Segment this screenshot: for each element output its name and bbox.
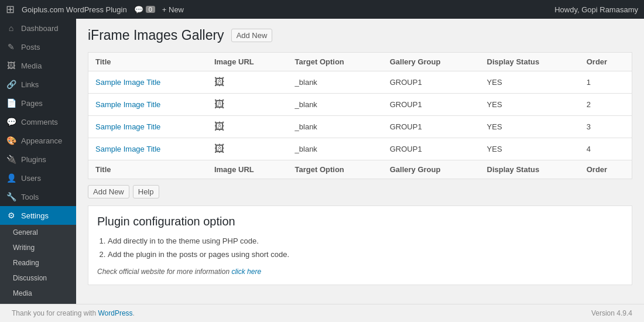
wp-logo-icon: ⊞ — [6, 3, 15, 16]
row3-image-url: 🖼 — [207, 116, 288, 138]
image-preview-icon: 🖼 — [214, 143, 225, 155]
sidebar-label-plugins: Plugins — [21, 155, 46, 164]
gallery-table: Title Image URL Target Option Gallery Gr… — [88, 52, 632, 179]
row2-title[interactable]: Sample Image Title — [88, 94, 207, 116]
sidebar-item-links[interactable]: 🔗 Links — [0, 75, 76, 94]
col-display-status: Display Status — [480, 53, 580, 71]
table-row: Sample Image Title 🖼 _blank GROUP1 YES 3 — [88, 116, 632, 138]
add-new-button[interactable]: Add New — [88, 185, 129, 198]
table-row: Sample Image Title 🖼 _blank GROUP1 YES 4 — [88, 138, 632, 160]
wordpress-link[interactable]: WordPress — [98, 309, 132, 317]
sidebar-label-pages: Pages — [21, 99, 43, 108]
click-here-link[interactable]: click here — [231, 268, 261, 276]
submenu-label-discussion: Discussion — [13, 274, 47, 282]
row1-title[interactable]: Sample Image Title — [88, 71, 207, 94]
sidebar-label-settings: Settings — [21, 211, 49, 220]
row1-title-link[interactable]: Sample Image Title — [95, 78, 160, 87]
table-row: Sample Image Title 🖼 _blank GROUP1 YES 1 — [88, 71, 632, 94]
sidebar-label-media: Media — [21, 61, 42, 70]
footer-col-target-option: Target Option — [288, 160, 383, 179]
comments-link[interactable]: 💬 0 — [134, 5, 155, 14]
settings-submenu: General Writing Reading Discussion Media… — [0, 225, 76, 304]
col-gallery-group: Gallery Group — [383, 53, 480, 71]
plugin-config-note: Check official website for more informat… — [97, 268, 623, 276]
sidebar-item-settings[interactable]: ⚙ Settings — [0, 206, 76, 225]
dashboard-icon: ⌂ — [6, 23, 16, 33]
config-step-2: Add the plugin in the posts or pages usi… — [108, 248, 623, 261]
image-preview-icon: 🖼 — [214, 76, 225, 88]
row3-title-link[interactable]: Sample Image Title — [95, 122, 160, 131]
sidebar-label-posts: Posts — [21, 43, 40, 52]
submenu-label-reading: Reading — [13, 259, 39, 267]
row2-status: YES — [480, 94, 580, 116]
pages-icon: 📄 — [6, 98, 16, 108]
row4-target: _blank — [288, 138, 383, 160]
row3-status: YES — [480, 116, 580, 138]
row2-order: 2 — [580, 94, 632, 116]
image-preview-icon: 🖼 — [214, 121, 225, 132]
col-order: Order — [580, 53, 632, 71]
version-text: Version 4.9.4 — [591, 309, 632, 317]
row4-order: 4 — [580, 138, 632, 160]
row3-target: _blank — [288, 116, 383, 138]
footer: Thank you for creating with WordPress. V… — [0, 304, 644, 322]
footer-col-gallery-group: Gallery Group — [383, 160, 480, 179]
sidebar-item-pages[interactable]: 📄 Pages — [0, 94, 76, 112]
submenu-item-general[interactable]: General — [0, 225, 76, 240]
row4-title[interactable]: Sample Image Title — [88, 138, 207, 160]
sidebar: ⌂ Dashboard ✎ Posts 🖼 Media 🔗 Links 📄 Pa… — [0, 19, 76, 304]
sidebar-item-dashboard[interactable]: ⌂ Dashboard — [0, 19, 76, 37]
config-step-1: Add directly in to the theme using PHP c… — [108, 234, 623, 248]
row3-title[interactable]: Sample Image Title — [88, 116, 207, 138]
row1-image-url: 🖼 — [207, 71, 288, 94]
comment-icon: 💬 — [134, 5, 143, 14]
sidebar-item-tools[interactable]: 🔧 Tools — [0, 187, 76, 206]
appearance-icon: 🎨 — [6, 136, 16, 145]
col-target-option: Target Option — [288, 53, 383, 71]
sidebar-label-comments: Comments — [21, 118, 58, 126]
row4-group: GROUP1 — [383, 138, 480, 160]
submenu-item-writing[interactable]: Writing — [0, 240, 76, 255]
table-actions: Add New Help — [88, 185, 632, 198]
new-link[interactable]: + New — [162, 5, 184, 14]
table-header-row: Title Image URL Target Option Gallery Gr… — [88, 53, 632, 71]
sidebar-label-dashboard: Dashboard — [21, 24, 59, 33]
sidebar-item-users[interactable]: 👤 Users — [0, 169, 76, 187]
submenu-item-discussion[interactable]: Discussion — [0, 270, 76, 286]
row3-order: 3 — [580, 116, 632, 138]
sidebar-item-media[interactable]: 🖼 Media — [0, 56, 76, 75]
links-icon: 🔗 — [6, 80, 16, 89]
media-icon: 🖼 — [6, 61, 16, 70]
plugin-config-section: Plugin configuration option Add directly… — [88, 205, 632, 285]
row1-group: GROUP1 — [383, 71, 480, 94]
submenu-label-general: General — [13, 228, 38, 237]
site-name[interactable]: Goiplus.com WordPress Plugin — [22, 5, 127, 14]
plugin-config-steps: Add directly in to the theme using PHP c… — [108, 234, 623, 262]
col-image-url: Image URL — [207, 53, 288, 71]
settings-icon: ⚙ — [6, 211, 16, 220]
help-button[interactable]: Help — [133, 185, 159, 198]
submenu-item-reading[interactable]: Reading — [0, 255, 76, 270]
sidebar-item-appearance[interactable]: 🎨 Appearance — [0, 131, 76, 150]
footer-col-display-status: Display Status — [480, 160, 580, 179]
page-header: iFrame Images Gallery Add New — [88, 28, 632, 43]
admin-bar: ⊞ Goiplus.com WordPress Plugin 💬 0 + New… — [0, 0, 644, 19]
posts-icon: ✎ — [6, 42, 16, 52]
main-content: iFrame Images Gallery Add New Title Imag… — [76, 19, 644, 304]
sidebar-item-comments[interactable]: 💬 Comments — [0, 112, 76, 131]
howdy-text: Howdy, Gopi Ramasamy — [554, 5, 638, 14]
row2-group: GROUP1 — [383, 94, 480, 116]
footer-thanks: Thank you for creating with WordPress. — [12, 309, 135, 317]
row3-group: GROUP1 — [383, 116, 480, 138]
sidebar-item-posts[interactable]: ✎ Posts — [0, 37, 76, 56]
sidebar-item-plugins[interactable]: 🔌 Plugins — [0, 150, 76, 169]
header-add-new-button[interactable]: Add New — [231, 29, 273, 42]
table-row: Sample Image Title 🖼 _blank GROUP1 YES 2 — [88, 94, 632, 116]
sidebar-label-links: Links — [21, 80, 39, 89]
row4-title-link[interactable]: Sample Image Title — [95, 145, 160, 153]
row1-target: _blank — [288, 71, 383, 94]
submenu-item-media[interactable]: Media — [0, 286, 76, 301]
row2-title-link[interactable]: Sample Image Title — [95, 100, 160, 109]
submenu-label-media: Media — [13, 289, 32, 297]
plugins-icon: 🔌 — [6, 155, 16, 164]
